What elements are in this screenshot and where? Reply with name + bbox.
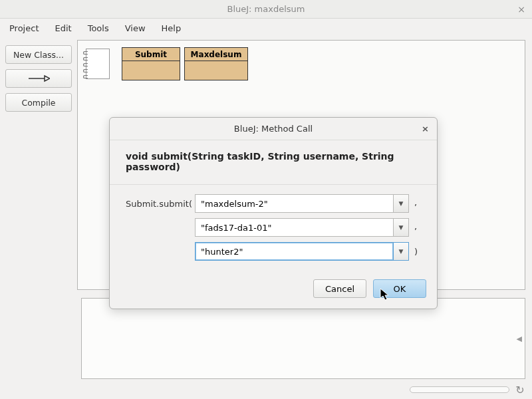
window-titlebar: BlueJ: maxdelsum × — [0, 0, 532, 19]
collapse-icon[interactable]: ◀ — [517, 334, 522, 343]
reload-icon[interactable]: ↻ — [513, 383, 527, 396]
method-call-dialog: BlueJ: Method Call × void submit(String … — [109, 117, 438, 309]
param-input-password[interactable]: ▼ — [195, 242, 409, 261]
class-box-label: Maxdelsum — [185, 48, 247, 61]
comma: , — [414, 198, 421, 210]
compile-button[interactable]: Compile — [5, 93, 72, 112]
object-bench[interactable]: ◀ — [81, 298, 525, 379]
close-paren: ) — [414, 247, 421, 257]
inheritance-arrow-button[interactable] — [5, 69, 72, 88]
menu-help[interactable]: Help — [162, 23, 182, 33]
method-signature: void submit(String taskID, String userna… — [126, 151, 421, 172]
readme-file-icon[interactable] — [84, 47, 112, 80]
param-input-username[interactable]: ▼ — [195, 218, 409, 237]
class-box-label: Submit — [122, 48, 180, 61]
dropdown-icon[interactable]: ▼ — [393, 194, 409, 213]
dropdown-icon[interactable]: ▼ — [393, 242, 409, 261]
param-field[interactable] — [195, 218, 393, 237]
dialog-titlebar: BlueJ: Method Call × — [110, 118, 437, 140]
window-close-icon[interactable]: × — [517, 4, 525, 15]
ok-button[interactable]: OK — [373, 279, 426, 298]
new-class-button[interactable]: New Class... — [5, 45, 72, 64]
dialog-close-icon[interactable]: × — [422, 124, 429, 134]
menu-view[interactable]: View — [125, 23, 146, 33]
param-input-taskid[interactable]: ▼ — [195, 194, 409, 213]
param-field[interactable] — [195, 194, 393, 213]
cancel-button[interactable]: Cancel — [313, 279, 366, 298]
dialog-title: BlueJ: Method Call — [234, 124, 313, 134]
window-title: BlueJ: maxdelsum — [227, 4, 305, 14]
param-field[interactable] — [195, 242, 393, 261]
progress-bar — [410, 386, 509, 393]
dropdown-icon[interactable]: ▼ — [393, 218, 409, 237]
menu-edit[interactable]: Edit — [55, 23, 71, 33]
arrow-icon — [27, 74, 50, 82]
comma: , — [414, 221, 421, 234]
menu-project[interactable]: Project — [9, 23, 39, 33]
statusbar: ↻ — [0, 380, 532, 399]
class-box-maxdelsum[interactable]: Maxdelsum — [184, 47, 248, 80]
separator — [110, 184, 437, 185]
menu-tools[interactable]: Tools — [88, 23, 109, 33]
sidebar: New Class... Compile — [0, 37, 77, 379]
call-prefix-label: Submit.submit( — [126, 199, 190, 209]
class-box-submit[interactable]: Submit — [122, 47, 180, 80]
menubar: Project Edit Tools View Help — [0, 19, 532, 37]
svg-marker-1 — [45, 76, 50, 81]
